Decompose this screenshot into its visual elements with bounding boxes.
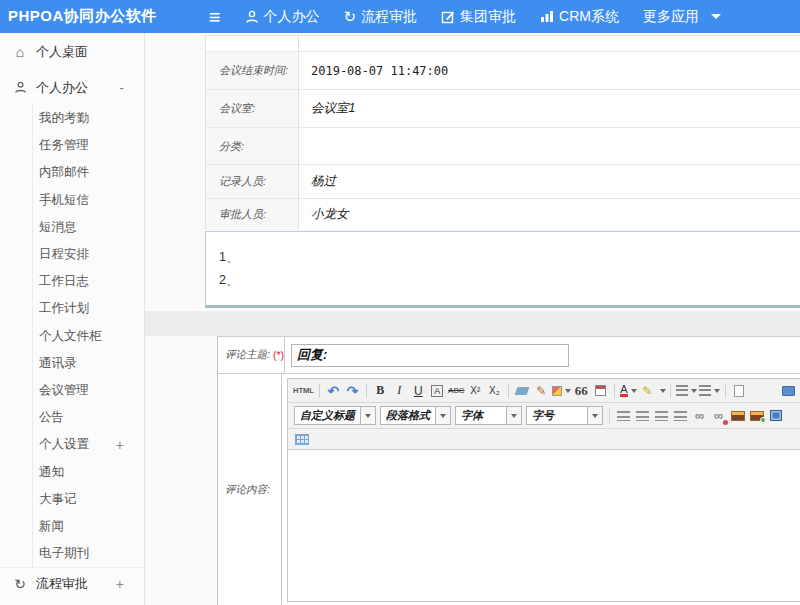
sidebar-item-announcement[interactable]: 公告 [33,404,144,431]
sidebar-item-notice[interactable]: 通知 [33,458,144,485]
insert-media-button[interactable] [767,407,784,425]
collapse-icon[interactable]: - [119,80,124,96]
align-center-icon [636,411,649,421]
superscript-button[interactable]: X² [467,382,484,400]
insert-image-button[interactable] [729,407,746,425]
nav-label: 集团审批 [460,8,516,26]
comment-subject-label: 评论主题: (*) [218,337,285,373]
sidebar-item-personal-desktop[interactable]: ⌂ 个人桌面 [0,33,144,71]
insert-table-button[interactable] [293,430,310,448]
sidebar-item-label: 通知 [39,464,64,481]
comment-subject-input[interactable] [291,344,569,367]
row-label-cell: 分类: [206,128,299,164]
upload-image-button[interactable] [748,407,765,425]
sidebar-item-work-plan[interactable]: 工作计划 [33,295,144,322]
align-left-button[interactable] [615,407,632,425]
select-dropdown-button[interactable] [436,406,451,425]
strikethrough-button[interactable]: ABC [448,382,465,400]
font-color-button[interactable]: A [620,382,637,400]
caret-down-icon [660,389,666,393]
editor-content-area[interactable] [288,450,800,601]
unordered-list-button[interactable] [699,382,720,400]
bold-button[interactable]: B [372,382,389,400]
subscript-button[interactable]: X₂ [486,382,503,400]
table-row [206,36,800,52]
hamburger-menu-icon[interactable]: ≡ [209,7,221,27]
sidebar-item-my-attendance[interactable]: 我的考勤 [33,105,144,132]
font-size-select[interactable]: 字号 [526,406,603,425]
nav-personal-office[interactable]: 个人办公 [245,8,320,26]
unordered-list-icon [699,385,711,396]
sidebar-item-personal-settings[interactable]: 个人设置 + [33,431,144,458]
sidebar-item-label: 工作日志 [39,273,89,290]
redo-button[interactable]: ↷ [344,382,361,400]
fullscreen-button[interactable] [780,382,797,400]
expand-icon[interactable]: + [116,437,124,453]
nav-label: CRM系统 [559,8,619,26]
undo-button[interactable]: ↶ [325,382,342,400]
row-label-cell: 会议结束时间: [206,52,299,89]
heading-select[interactable]: 自定义标题 [294,406,376,425]
sidebar: ⌂ 个人桌面 个人办公 - 我的考勤 任务管理 内部邮件 手机短信 短消息 日程… [0,33,145,605]
nav-crm-system[interactable]: CRM系统 [540,8,619,26]
select-dropdown-button[interactable] [507,406,522,425]
nav-process-approval[interactable]: ↻ 流程审批 [344,8,418,26]
sidebar-item-short-message[interactable]: 短消息 [33,214,144,241]
font-family-select[interactable]: 字体 [455,406,522,425]
toolbar-separator [614,384,615,398]
align-right-button[interactable] [653,407,670,425]
unlink-button[interactable]: ∞ [710,407,727,425]
align-justify-button[interactable] [672,407,689,425]
link-button[interactable]: ∞ [691,407,708,425]
paint-format-button[interactable] [552,382,571,400]
sidebar-item-personal-office[interactable]: 个人办公 - [0,71,144,105]
rich-text-editor: HTML ↶ ↷ B I U A ABC X² X₂ ✎ 66 [287,378,800,602]
sidebar-item-work-log[interactable]: 工作日志 [33,268,144,295]
align-center-button[interactable] [634,407,651,425]
paste-date-button[interactable] [592,382,609,400]
html-source-button[interactable]: HTML [293,382,314,400]
sidebar-item-contacts[interactable]: 通讯录 [33,350,144,377]
font-style-button[interactable]: A [429,382,446,400]
sidebar-item-label: 个人桌面 [36,43,88,61]
caret-down-icon [592,414,598,418]
sidebar-item-task-management[interactable]: 任务管理 [33,132,144,159]
nav-more-apps[interactable]: 更多应用 [643,8,721,26]
editor-toolbar-row3 [288,429,800,450]
paragraph-format-select[interactable]: 段落格式 [380,406,451,425]
table-row: 分类: [206,128,800,165]
sidebar-item-personal-files[interactable]: 个人文件柜 [33,323,144,350]
highlight-pen-button[interactable]: ✎ [639,382,656,400]
new-page-button[interactable] [731,382,748,400]
process-icon: ↻ [344,9,357,24]
sidebar-item-mobile-sms[interactable]: 手机短信 [33,187,144,214]
underline-button[interactable]: U [410,382,427,400]
sidebar-item-schedule[interactable]: 日程安排 [33,241,144,268]
sidebar-item-e-journal[interactable]: 电子期刊 [33,540,144,567]
sidebar-item-process-approval[interactable]: ↻ 流程审批 + [0,567,144,599]
select-dropdown-button[interactable] [588,406,603,425]
sidebar-item-major-events[interactable]: 大事记 [33,486,144,513]
app-logo: PHPOA协同办公软件 [8,7,157,26]
sidebar-item-meeting-management[interactable]: 会议管理 [33,377,144,404]
eraser-button[interactable] [514,382,531,400]
meeting-content-box: 1、 2、 [205,231,800,308]
align-left-icon [617,411,630,421]
italic-button[interactable]: I [391,382,408,400]
toolbar-separator [319,384,320,398]
expand-icon[interactable]: + [116,576,124,592]
sidebar-item-news[interactable]: 新闻 [33,513,144,540]
select-dropdown-button[interactable] [361,406,376,425]
format-brush-button[interactable]: ✎ [533,382,550,400]
editor-toolbar-row1: HTML ↶ ↷ B I U A ABC X² X₂ ✎ 66 [288,379,800,403]
image-icon [731,411,745,421]
content-line: 1、 [219,246,800,269]
home-icon: ⌂ [12,45,28,59]
sidebar-item-label: 公告 [39,409,64,426]
paragraph-select-value: 段落格式 [380,406,436,425]
caret-down-icon [440,414,446,418]
sidebar-item-internal-mail[interactable]: 内部邮件 [33,159,144,186]
nav-group-approval[interactable]: 集团审批 [441,8,516,26]
ordered-list-button[interactable] [676,382,697,400]
blockquote-button[interactable]: 66 [573,382,590,400]
